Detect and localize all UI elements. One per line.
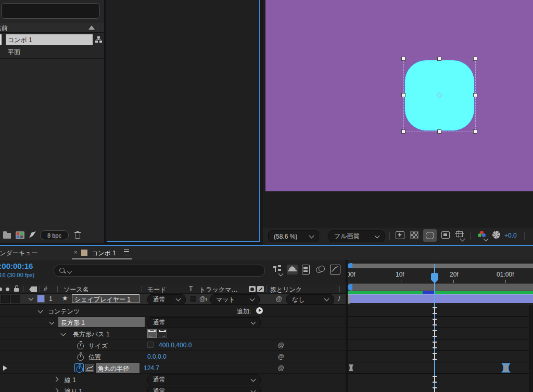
- draft-3d-icon[interactable]: [287, 265, 298, 275]
- position-label[interactable]: 位置: [88, 353, 101, 362]
- parent-dropdown[interactable]: なし: [286, 294, 334, 305]
- handle-top-left[interactable]: [401, 57, 405, 61]
- layer-expand-chevron[interactable]: [29, 296, 34, 301]
- exposure-icon[interactable]: [492, 231, 500, 239]
- project-item-label[interactable]: コンポ 1: [8, 36, 32, 45]
- layer-duration-bar[interactable]: [348, 294, 533, 303]
- size-label[interactable]: サイズ: [88, 342, 108, 350]
- stroke-blend-dropdown[interactable]: 通常: [147, 374, 261, 385]
- keyframe-easy-ease-start[interactable]: [348, 364, 354, 371]
- handle-top-center[interactable]: [437, 57, 441, 61]
- index-column-header[interactable]: #: [44, 285, 47, 293]
- position-row[interactable]: 位置 0.0,0.0 @: [0, 351, 348, 362]
- add-property-button[interactable]: [256, 307, 263, 314]
- fast-preview-icon[interactable]: [396, 231, 404, 239]
- exposure-value[interactable]: +0.0: [504, 232, 517, 239]
- position-stopwatch-icon[interactable]: [77, 354, 84, 361]
- close-icon[interactable]: ×: [74, 249, 77, 255]
- contents-row[interactable]: コンテンツ 追加:: [0, 305, 348, 317]
- shy-layers-icon[interactable]: [302, 265, 312, 275]
- track-matte-pickwhip-icon[interactable]: @!: [199, 295, 207, 303]
- handle-mid-right[interactable]: [473, 93, 477, 97]
- roundness-stopwatch-box[interactable]: [74, 363, 84, 372]
- mask-visibility-button[interactable]: [423, 229, 437, 242]
- group-collapse-chevron[interactable]: [54, 377, 59, 382]
- stroke-row[interactable]: 線 1 通常: [0, 374, 348, 385]
- frame-blend-icon[interactable]: [316, 265, 326, 274]
- panel-menu-icon[interactable]: [124, 249, 129, 255]
- flowchart-panel[interactable]: [107, 0, 260, 242]
- audio-switch[interactable]: [11, 295, 20, 303]
- roundness-value[interactable]: 124.7: [144, 364, 159, 372]
- roundness-label[interactable]: 角丸の半径: [98, 364, 129, 373]
- project-item-solid[interactable]: 平面: [0, 46, 104, 58]
- tab-comp[interactable]: × コンポ 1: [72, 246, 133, 260]
- rect-path-label[interactable]: 長方形パス 1: [73, 330, 110, 339]
- snapshot-region-icon[interactable]: [455, 231, 464, 239]
- work-area-start-handle[interactable]: [348, 284, 352, 291]
- group-expand-chevron[interactable]: [49, 320, 55, 325]
- transparency-grid-icon[interactable]: [410, 231, 418, 239]
- fill-blend-dropdown[interactable]: 通常: [147, 386, 261, 392]
- trash-icon[interactable]: [74, 231, 81, 239]
- resolution-dropdown[interactable]: フル画質: [328, 230, 385, 242]
- rectangle-group-label[interactable]: 長方形 1: [61, 319, 85, 328]
- channels-icon[interactable]: [478, 231, 487, 239]
- stroke-label[interactable]: 線 1: [65, 376, 76, 385]
- size-stopwatch-icon[interactable]: [77, 343, 84, 349]
- graph-editor-icon[interactable]: [85, 364, 94, 372]
- layer-mode-dropdown[interactable]: 通常: [147, 294, 186, 305]
- group-expand-chevron[interactable]: [38, 308, 43, 313]
- name-column-header[interactable]: 名前: [0, 24, 8, 33]
- new-composition-icon[interactable]: [16, 231, 24, 239]
- group-collapse-chevron[interactable]: [54, 388, 59, 392]
- source-name-column-header[interactable]: ソース名: [64, 285, 89, 294]
- project-columns-header[interactable]: 名前: [0, 23, 104, 33]
- work-area-bar[interactable]: [348, 283, 533, 291]
- rectangle-group-row[interactable]: 長方形 1 通常: [0, 317, 348, 328]
- size-pickwhip-icon[interactable]: @: [278, 342, 284, 349]
- handle-bottom-left[interactable]: [401, 129, 405, 134]
- track-matte-column-header[interactable]: トラックマ…: [199, 285, 237, 294]
- fill-row[interactable]: 塗り 1 通常: [0, 385, 348, 392]
- roundness-row[interactable]: 角丸の半径 124.7 @: [0, 362, 348, 374]
- timeline-search-input[interactable]: [54, 265, 265, 277]
- timeline-navigator[interactable]: [348, 264, 533, 268]
- video-switch[interactable]: [1, 295, 10, 303]
- roundness-pickwhip-icon[interactable]: @: [278, 364, 284, 372]
- keyframe-expander-triangle[interactable]: [3, 365, 7, 371]
- position-pickwhip-icon[interactable]: @: [278, 353, 284, 360]
- fill-label[interactable]: 塗り 1: [65, 387, 82, 392]
- position-value[interactable]: 0.0,0.0: [147, 353, 167, 360]
- parent-pickwhip-icon[interactable]: @: [276, 295, 282, 303]
- mode-column-header[interactable]: モード: [147, 285, 167, 294]
- project-item-label[interactable]: 平面: [8, 48, 20, 57]
- t-column-header[interactable]: T: [189, 285, 193, 293]
- interpret-footage-icon[interactable]: [29, 231, 36, 239]
- mini-flowchart-icon[interactable]: [273, 265, 283, 275]
- time-ruler[interactable]: 0:00f 10f 20f 01:00f: [348, 268, 533, 283]
- magnification-dropdown[interactable]: (58.6 %): [268, 230, 319, 242]
- region-of-interest-icon[interactable]: [441, 231, 450, 239]
- sort-ascending-icon[interactable]: [88, 25, 95, 30]
- layer-in-handle[interactable]: [348, 295, 350, 304]
- project-search-input[interactable]: [1, 3, 100, 19]
- quality-switch[interactable]: /: [338, 295, 340, 303]
- size-value[interactable]: 400.0,400.0: [159, 342, 192, 349]
- handle-mid-left[interactable]: [401, 93, 405, 97]
- constrain-proportions-checkbox[interactable]: [147, 342, 154, 348]
- current-time-display[interactable]: 0:00:00:16 00016 (30.00 fps): [0, 262, 52, 282]
- rect-path-row[interactable]: 長方形パス 1 ← →: [0, 328, 348, 339]
- project-item-comp[interactable]: コンポ 1: [0, 34, 104, 46]
- handle-bottom-center[interactable]: [437, 129, 441, 134]
- tab-render-queue[interactable]: レンダーキュー: [0, 249, 37, 258]
- layer-row[interactable]: 1 ★ シェイプレイヤー 1 通常 @! マット @ なし /: [0, 294, 348, 305]
- handle-bottom-right[interactable]: [473, 129, 477, 134]
- label-color-chip[interactable]: [37, 295, 45, 303]
- color-depth-button[interactable]: 8 bpc: [40, 230, 69, 240]
- motion-blur-icon[interactable]: [330, 265, 340, 275]
- layer-name-field[interactable]: シェイプレイヤー 1: [72, 294, 139, 303]
- contents-label[interactable]: コンテンツ: [48, 307, 80, 316]
- keyframe-easy-ease-selected[interactable]: [501, 363, 511, 373]
- track-matte-dropdown[interactable]: マット: [210, 294, 260, 305]
